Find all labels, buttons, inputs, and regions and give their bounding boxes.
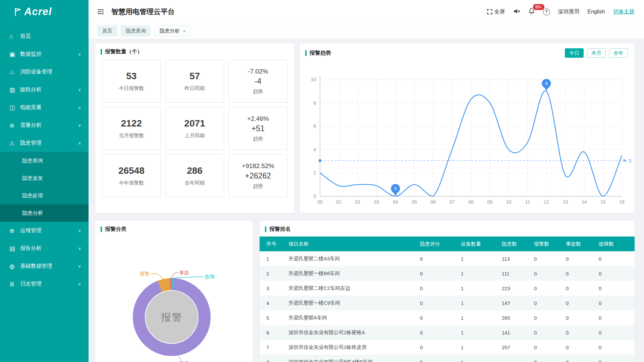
- svg-text:12: 12: [544, 199, 549, 205]
- alarm-count-card: 报警数量（个） 53今日报警数57昨日同期-7.02%-4趋势2122当月报警数…: [95, 43, 294, 213]
- stat-cell: 2071上月同期: [165, 107, 224, 150]
- value-cell: 0: [527, 355, 559, 362]
- value-cell: 2: [260, 266, 282, 281]
- sidebar-subitem-hazard-query[interactable]: 隐患查询: [0, 152, 89, 169]
- svg-text:4: 4: [313, 147, 316, 152]
- tab-bar: 首页隐患查询隐患分析×: [89, 23, 644, 39]
- sidebar-item-label: 需量分析: [20, 122, 78, 129]
- sidebar-item-log[interactable]: ≣日志管理∨: [0, 275, 89, 293]
- stat-label: 趋势: [253, 136, 263, 142]
- title-accent-bar: [305, 50, 307, 56]
- trend-stat-cell: -7.02%-4趋势: [228, 60, 287, 103]
- tab-hazard-query[interactable]: 隐患查询: [121, 25, 151, 37]
- svg-text:07: 07: [449, 199, 455, 205]
- sidebar-item-base-data[interactable]: ◍基础数据管理∨: [0, 257, 89, 275]
- theme-switch-link[interactable]: 切换主题: [613, 8, 635, 15]
- value-cell: 4: [260, 296, 282, 310]
- value-cell: 0: [413, 325, 454, 340]
- value-cell: 0: [592, 355, 635, 362]
- svg-text:05: 05: [412, 199, 417, 205]
- column-header: 报警数: [527, 237, 559, 251]
- collapse-sidebar-icon[interactable]: [97, 8, 105, 16]
- fullscreen-button[interactable]: 全屏: [487, 8, 505, 15]
- value-cell: 265: [495, 310, 527, 325]
- title-accent-bar: [101, 226, 102, 232]
- trend-delta: +51: [252, 124, 265, 133]
- power-quality-icon: ◫: [9, 104, 20, 111]
- close-tab-icon[interactable]: ×: [183, 28, 186, 34]
- sidebar-item-home[interactable]: ⌂首页: [0, 28, 89, 45]
- value-cell: 0: [527, 266, 559, 281]
- value-cell: 7: [260, 340, 282, 355]
- log-icon: ≣: [9, 280, 20, 288]
- table-row: 7深圳市佳金实业有限公司2栋铁皮房01257000: [260, 340, 635, 355]
- alarm-ranking-title: 报警排名: [269, 226, 291, 233]
- username[interactable]: 深圳晨羽: [558, 8, 580, 15]
- sidebar-item-ops[interactable]: ⊕运维管理∨: [0, 222, 89, 240]
- tab-home[interactable]: 首页: [97, 25, 117, 37]
- stat-cell: 57昨日同期: [165, 60, 224, 103]
- svg-text:01: 01: [336, 199, 341, 205]
- fire-device-icon: ♨: [9, 68, 20, 76]
- value-cell: 1: [454, 340, 495, 355]
- value-cell: 0: [559, 310, 592, 325]
- svg-text:6: 6: [313, 123, 316, 129]
- language-switch[interactable]: English: [588, 9, 605, 15]
- trend-percent: +9182.52%: [242, 162, 274, 170]
- trend-percent: +2.46%: [247, 115, 269, 122]
- column-header: 序号: [260, 237, 282, 251]
- value-cell: 0: [527, 340, 559, 355]
- table-row: 6深圳市佳金实业有限公司2栋硬铬A01141000: [260, 325, 635, 340]
- value-cell: 0: [527, 310, 559, 325]
- value-cell: 0: [559, 325, 592, 340]
- column-header: 隐患评分: [413, 237, 454, 251]
- title-accent-bar: [101, 49, 102, 55]
- range-button-1[interactable]: 本月: [587, 48, 606, 58]
- sidebar-item-label: 基础数据管理: [20, 263, 78, 270]
- title-accent-bar: [265, 226, 266, 232]
- stat-label: 今日报警数: [119, 85, 144, 92]
- range-button-0[interactable]: 今日: [565, 48, 584, 58]
- sidebar-item-hazard[interactable]: ⚠隐患管理∧: [0, 134, 89, 152]
- pie-label-hazard: 隐患: [179, 360, 189, 362]
- mute-button[interactable]: [513, 8, 520, 16]
- sidebar-item-label: 日志管理: [20, 280, 78, 288]
- alarm-count-title: 报警数量（个）: [105, 48, 143, 55]
- project-name-cell: 升梁氏塑胶一楼C9车间: [282, 296, 413, 310]
- sidebar-item-energy[interactable]: ▥能耗分析∨: [0, 81, 89, 99]
- stat-value: 2071: [184, 118, 205, 129]
- stat-value: 53: [126, 71, 137, 82]
- sidebar-item-label: 隐患管理: [20, 140, 78, 147]
- trend-stat-cell: +9182.52%+26262趋势: [228, 154, 287, 197]
- sidebar-subitem-hazard-handle[interactable]: 隐患处理: [0, 187, 89, 204]
- svg-text:04: 04: [393, 199, 398, 205]
- donut-center-label: 报警: [161, 312, 182, 323]
- sidebar-item-label: 报告分析: [20, 245, 78, 252]
- value-cell: 1: [454, 355, 495, 362]
- sidebar-item-label: 电能质量: [20, 104, 78, 111]
- sidebar-item-fire-device[interactable]: ♨消防设备管理: [0, 63, 89, 81]
- sidebar-item-report[interactable]: ▤报告分析∨: [0, 240, 89, 257]
- value-cell: 0: [413, 266, 454, 281]
- notifications-button[interactable]: 99+: [528, 7, 535, 16]
- sidebar-subitem-hazard-dispatch[interactable]: 隐患派发: [0, 169, 89, 187]
- stat-cell: 2122当月报警数: [102, 107, 161, 150]
- project-name-cell: 深圳市佳金实业有限公司2栋硬铬A: [282, 325, 413, 340]
- acrel-logo: Acrel: [0, 0, 89, 23]
- trend-chart: 0246810000102030405060708091011121314151…: [300, 59, 635, 212]
- table-row: 4升梁氏塑胶一楼C9车间01147000: [260, 296, 635, 310]
- value-cell: 5: [260, 310, 282, 325]
- tab-hazard-analysis[interactable]: 隐患分析×: [154, 25, 191, 37]
- sidebar-item-power-quality[interactable]: ◫电能质量∨: [0, 99, 89, 116]
- sidebar-item-demand[interactable]: ⊚需量分析∨: [0, 116, 89, 134]
- stat-label: 上月同期: [184, 133, 205, 139]
- range-button-2[interactable]: 全年: [609, 48, 628, 58]
- sidebar-subitem-hazard-analysis[interactable]: 隐患分析: [0, 204, 89, 222]
- value-cell: 0: [592, 281, 635, 296]
- value-cell: 111: [495, 266, 527, 281]
- sidebar-item-data-monitor[interactable]: ▣数据监控∨: [0, 45, 89, 63]
- value-cell: 0: [413, 340, 454, 355]
- table-row: 3升梁氏塑胶二楼C2车间左边01223000: [260, 281, 635, 296]
- chevron-down-icon: ∨: [78, 264, 81, 269]
- sidebar-menu: ⌂首页▣数据监控∨♨消防设备管理▥能耗分析∨◫电能质量∨⊚需量分析∨⚠隐患管理∧…: [0, 23, 89, 293]
